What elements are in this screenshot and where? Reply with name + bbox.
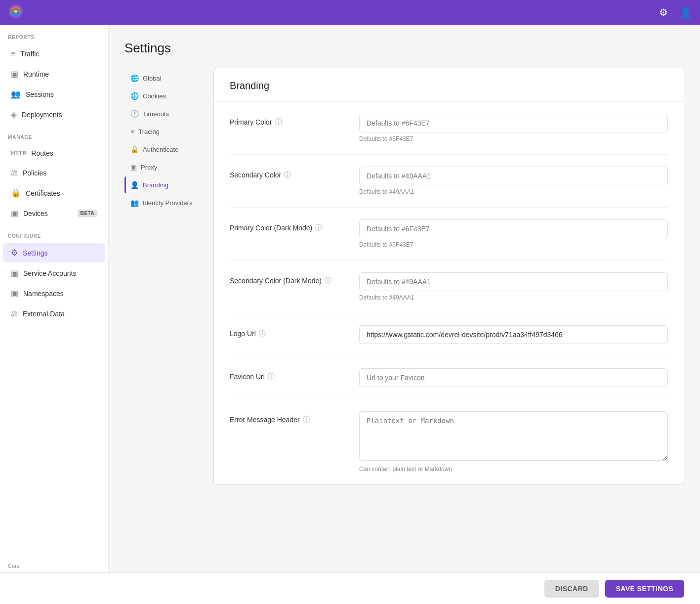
primary-color-label: Primary Color <box>230 118 272 126</box>
secondary-color-dark-row: Secondary Color (Dark Mode) ⓘ Defaults t… <box>230 260 668 313</box>
subnav-tracing[interactable]: ≡ Tracing <box>124 123 213 140</box>
favicon-url-row: Favicon Url ⓘ <box>230 356 668 399</box>
identity-providers-icon: 👥 <box>130 199 139 207</box>
sidebar-item-label: Routes <box>31 149 97 157</box>
logo-url-help-icon[interactable]: ⓘ <box>259 329 266 338</box>
primary-color-dark-input[interactable] <box>359 219 668 238</box>
external-data-icon: ⚖ <box>11 309 18 318</box>
main-content: Settings 🌐 Global 🌐 Cookies 🕐 Timeouts ≡ <box>109 25 700 604</box>
sidebar-item-routes[interactable]: HTTP Routes <box>3 144 105 162</box>
branding-form: Primary Color ⓘ Defaults to #6F43E7 Seco… <box>214 102 684 484</box>
settings-subnav: 🌐 Global 🌐 Cookies 🕐 Timeouts ≡ Tracing … <box>124 68 213 485</box>
secondary-color-dark-hint: Defaults to #49AAA1 <box>359 294 668 301</box>
secondary-color-dark-input[interactable] <box>359 272 668 291</box>
secondary-color-input[interactable] <box>359 167 668 185</box>
error-message-header-label: Error Message Header <box>230 416 300 424</box>
sidebar-item-label: Certificates <box>26 189 97 197</box>
subnav-label: Global <box>143 75 162 82</box>
sidebar-item-label: Traffic <box>20 50 97 58</box>
subnav-label: Proxy <box>141 164 157 171</box>
sidebar-item-label: Devices <box>23 210 73 217</box>
bottom-bar: DISCARD SAVE SETTINGS <box>0 572 700 604</box>
runtime-icon: ▣ <box>11 69 18 79</box>
primary-color-hint: Defaults to #6F43E7 <box>359 135 668 142</box>
global-icon: 🌐 <box>130 74 139 82</box>
sidebar-item-runtime[interactable]: ▣ Runtime <box>3 64 105 84</box>
sessions-icon: 👥 <box>11 89 21 99</box>
routes-icon: HTTP <box>11 150 26 157</box>
devices-icon: ▣ <box>11 209 18 218</box>
error-message-header-help-icon[interactable]: ⓘ <box>303 415 310 424</box>
policies-icon: ⚖ <box>11 168 18 177</box>
favicon-url-label: Favicon Url <box>230 373 265 381</box>
secondary-color-dark-label: Secondary Color (Dark Mode) <box>230 277 322 285</box>
branding-icon: 👤 <box>130 181 139 189</box>
subnav-timeouts[interactable]: 🕐 Timeouts <box>124 105 213 122</box>
error-message-header-row: Error Message Header ⓘ Can contain plain… <box>230 399 668 484</box>
sidebar-item-label: Sessions <box>26 90 97 98</box>
subnav-cookies[interactable]: 🌐 Cookies <box>124 87 213 104</box>
favicon-url-input[interactable] <box>359 368 668 387</box>
subnav-label: Authenticate <box>143 146 178 153</box>
svg-point-1 <box>14 10 17 13</box>
primary-color-help-icon[interactable]: ⓘ <box>275 118 282 127</box>
secondary-color-help-icon[interactable]: ⓘ <box>284 171 291 179</box>
traffic-icon: ≡ <box>11 49 15 58</box>
topnav: ⚙ 👤 <box>0 0 700 25</box>
sidebar-item-external-data[interactable]: ⚖ External Data <box>3 304 105 323</box>
service-accounts-icon: ▣ <box>11 268 18 278</box>
subnav-label: Identity Providers <box>143 199 192 207</box>
primary-color-dark-row: Primary Color (Dark Mode) ⓘ Defaults to … <box>230 208 668 260</box>
favicon-url-help-icon[interactable]: ⓘ <box>268 372 275 381</box>
logo-url-row: Logo Url ⓘ <box>230 313 668 356</box>
discard-button[interactable]: DISCARD <box>544 580 599 598</box>
branding-panel: Branding Primary Color ⓘ Defaults to #6F… <box>213 68 684 485</box>
subnav-global[interactable]: 🌐 Global <box>124 70 213 86</box>
authenticate-icon: 🔒 <box>130 145 139 153</box>
cookies-icon: 🌐 <box>130 92 139 100</box>
sidebar-item-sessions[interactable]: 👥 Sessions <box>3 85 105 104</box>
user-icon[interactable]: 👤 <box>680 6 692 18</box>
sidebar-item-namespaces[interactable]: ▣ Namespaces <box>3 284 105 303</box>
logo-url-input[interactable] <box>359 325 668 344</box>
configure-section-label: CONFIGURE <box>0 223 108 243</box>
sidebar-item-label: Policies <box>23 169 97 177</box>
primary-color-input[interactable] <box>359 114 668 132</box>
subnav-authenticate[interactable]: 🔒 Authenticate <box>124 141 213 158</box>
branding-header: Branding <box>214 68 684 102</box>
sidebar-item-service-accounts[interactable]: ▣ Service Accounts <box>3 263 105 283</box>
sidebar: REPORTS ≡ Traffic ▣ Runtime 👥 Sessions ◈… <box>0 25 109 604</box>
primary-color-dark-help-icon[interactable]: ⓘ <box>315 223 322 232</box>
error-message-header-input[interactable] <box>359 411 668 461</box>
proxy-icon: ▣ <box>130 163 137 171</box>
settings-icon[interactable]: ⚙ <box>659 6 668 18</box>
namespaces-icon: ▣ <box>11 289 18 298</box>
sidebar-item-label: External Data <box>23 310 97 318</box>
settings-nav-icon: ⚙ <box>11 248 18 258</box>
beta-badge: BETA <box>78 210 97 217</box>
subnav-branding[interactable]: 👤 Branding <box>124 176 213 193</box>
primary-color-dark-hint: Defaults to #6F43E7 <box>359 241 668 248</box>
sidebar-item-traffic[interactable]: ≡ Traffic <box>3 44 105 63</box>
primary-color-dark-label: Primary Color (Dark Mode) <box>230 224 312 232</box>
subnav-identity-providers[interactable]: 👥 Identity Providers <box>124 194 213 211</box>
subnav-label: Branding <box>143 181 168 189</box>
reports-section-label: REPORTS <box>0 25 108 44</box>
save-settings-button[interactable]: SAVE SETTINGS <box>605 580 684 598</box>
sidebar-item-policies[interactable]: ⚖ Policies <box>3 163 105 182</box>
sidebar-item-deployments[interactable]: ◈ Deployments <box>3 105 105 124</box>
secondary-color-row: Secondary Color ⓘ Defaults to #49AAA1 <box>230 155 668 208</box>
error-message-header-hint: Can contain plain text or Markdown. <box>359 466 668 473</box>
page-title: Settings <box>124 41 684 56</box>
certificates-icon: 🔒 <box>11 188 21 198</box>
sidebar-item-devices[interactable]: ▣ Devices BETA <box>3 204 105 223</box>
sidebar-item-label: Namespaces <box>23 290 97 298</box>
sidebar-item-certificates[interactable]: 🔒 Certificates <box>3 183 105 203</box>
logo <box>8 3 24 21</box>
tracing-icon: ≡ <box>130 128 134 135</box>
sidebar-item-settings[interactable]: ⚙ Settings <box>3 243 105 262</box>
subnav-label: Timeouts <box>143 110 169 118</box>
subnav-label: Tracing <box>138 128 160 135</box>
subnav-proxy[interactable]: ▣ Proxy <box>124 159 213 175</box>
secondary-color-dark-help-icon[interactable]: ⓘ <box>325 276 331 285</box>
